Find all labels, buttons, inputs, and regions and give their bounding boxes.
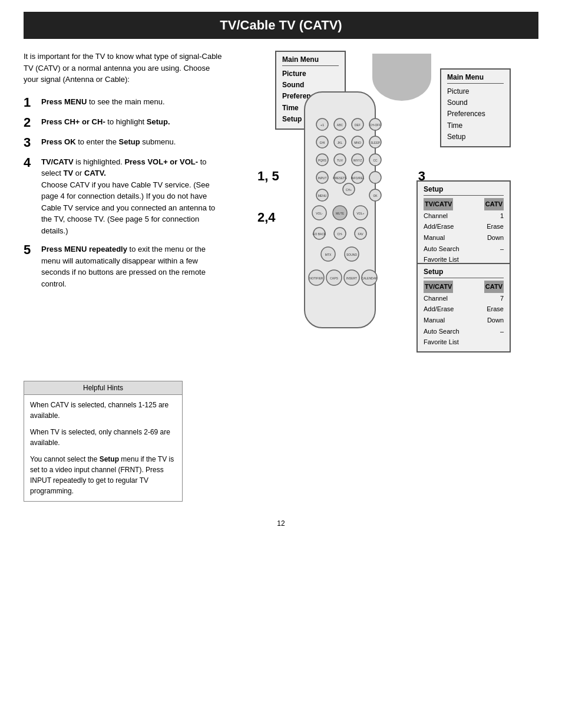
svg-text:MTX: MTX — [325, 253, 332, 256]
setup-row-channel-1: Channel 1 — [424, 210, 504, 222]
svg-text:VOL-: VOL- — [316, 212, 323, 215]
hints-box: Helpful Hints When CATV is selected, cha… — [24, 381, 183, 502]
svg-text:VOL+: VOL+ — [357, 212, 365, 215]
channel-label-1: Channel — [424, 210, 448, 222]
svg-text:FAV: FAV — [358, 232, 363, 236]
svg-text:SLEEP: SLEEP — [371, 141, 381, 144]
setup-box-1-title: Setup — [424, 185, 504, 196]
svg-text:OK: OK — [373, 194, 378, 197]
svg-text:INSERT: INSERT — [346, 276, 357, 280]
main-menu-2-item-sound: Sound — [447, 97, 504, 108]
remote-control: +1 ABC DEF CH-OFF GHI JKL MNO SLEEP PQRS… — [287, 86, 393, 335]
setup-row-manual-1: Manual Down — [424, 232, 504, 243]
main-menu-2-item-setup: Setup — [447, 131, 504, 143]
main-menu-2-item-preferences: Preferences — [447, 108, 504, 120]
main-menu-1-title: Main Menu — [282, 55, 339, 66]
svg-text:CC: CC — [373, 159, 378, 162]
manual-value-1: Down — [487, 232, 504, 243]
setup-box-2: Setup TV/CATV CATV Channel 7 Add/Erase E… — [416, 263, 511, 353]
svg-text:ABC: ABC — [337, 123, 343, 127]
hints-content: When CATV is selected, channels 1-125 ar… — [24, 395, 182, 501]
tvcatv-value-2: CATV — [484, 281, 504, 293]
main-menu-2-title: Main Menu — [447, 73, 504, 84]
instructions-column: It is important for the TV to know what … — [24, 51, 224, 357]
channel-value-2: 7 — [500, 293, 504, 304]
setup-row-autosearch-1: Auto Search – — [424, 243, 504, 255]
svg-text:WXYZ: WXYZ — [353, 159, 362, 162]
setup-row-tvcatv-2: TV/CATV CATV — [424, 281, 504, 293]
hints-title: Helpful Hints — [24, 381, 182, 395]
svg-text:CH-: CH- — [338, 232, 343, 236]
setup-row-autosearch-2: Auto Search – — [424, 326, 504, 337]
main-menu-1-item-picture: Picture — [282, 68, 339, 80]
step-number-3: 3 — [24, 136, 35, 149]
step-number-4: 4 — [24, 156, 35, 169]
hint-2: When TV is selected, only channels 2-69 … — [30, 427, 176, 448]
setup-row-adderase-1: Add/Erase Erase — [424, 221, 504, 232]
svg-text:+1: +1 — [320, 123, 325, 127]
svg-text:SOUND: SOUND — [346, 253, 357, 256]
setup-row-channel-2: Channel 7 — [424, 293, 504, 304]
adderase-label-2: Add/Erase — [424, 304, 454, 315]
step-text-5: Press MENU repeatedly to exit the menu o… — [41, 243, 224, 289]
step-1: 1 Press MENU to see the main menu. — [24, 96, 224, 109]
step-4: 4 TV/CATV is highlighted. Press VOL+ or … — [24, 156, 224, 237]
setup-box-1: Setup TV/CATV CATV Channel 1 Add/Erase E… — [416, 180, 511, 270]
manual-label-1: Manual — [424, 232, 445, 243]
hint-1: When CATV is selected, channels 1-125 ar… — [30, 400, 176, 421]
step-label-15: 1, 5 — [257, 169, 279, 184]
step-list: 1 Press MENU to see the main menu. 2 Pre… — [24, 96, 224, 290]
step-3: 3 Press OK to enter the Setup submenu. — [24, 136, 224, 149]
diagrams-wrapper: Main Menu Picture Sound Preferences Time… — [263, 51, 511, 357]
step-text-2: Press CH+ or CH- to highlight Setup. — [41, 116, 170, 128]
tvcatv-label-1: TV/CATV — [424, 198, 453, 210]
channel-value-1: 1 — [500, 210, 504, 222]
svg-text:INPUT: INPUT — [318, 176, 327, 180]
setup-row-favlist-2: Favorite List — [424, 337, 504, 348]
svg-text:CALENDAR: CALENDAR — [361, 276, 378, 280]
step-5: 5 Press MENU repeatedly to exit the menu… — [24, 243, 224, 289]
step-number-2: 2 — [24, 116, 35, 129]
svg-point-16 — [369, 172, 381, 183]
setup-row-manual-2: Manual Down — [424, 315, 504, 326]
channel-label-2: Channel — [424, 293, 448, 304]
step-number-1: 1 — [24, 96, 35, 109]
setup-row-adderase-2: Add/Erase Erase — [424, 304, 504, 315]
autosearch-value-2: – — [500, 326, 504, 337]
step-2: 2 Press CH+ or CH- to highlight Setup. — [24, 116, 224, 129]
page-number: 12 — [0, 513, 562, 533]
svg-text:TUV: TUV — [337, 159, 343, 162]
svg-text:CH+: CH+ — [346, 188, 352, 192]
autosearch-label-1: Auto Search — [424, 243, 459, 255]
svg-text:MUTE: MUTE — [336, 212, 345, 215]
remote-svg: +1 ABC DEF CH-OFF GHI JKL MNO SLEEP PQRS… — [287, 86, 393, 334]
svg-text:PQRS: PQRS — [318, 159, 327, 162]
step-text-1: Press MENU to see the main menu. — [41, 96, 165, 108]
page-title: TV/Cable TV (CATV) — [24, 12, 538, 39]
svg-text:JKL: JKL — [338, 141, 343, 144]
svg-text:MENU: MENU — [318, 194, 327, 197]
hints-section: Helpful Hints When CATV is selected, cha… — [24, 381, 538, 502]
svg-text:PRESETS: PRESETS — [333, 176, 347, 180]
hint-3: You cannot select the Setup menu if the … — [30, 454, 176, 496]
svg-text:GO BACK: GO BACK — [313, 232, 326, 236]
setup-box-2-title: Setup — [424, 268, 504, 278]
svg-text:MNO: MNO — [354, 141, 361, 144]
svg-text:INFO/REL: INFO/REL — [351, 176, 364, 180]
step-label-24: 2,4 — [257, 210, 276, 225]
svg-text:DEF: DEF — [355, 123, 361, 127]
step-text-3: Press OK to enter the Setup submenu. — [41, 136, 176, 148]
setup-row-tvcatv-1: TV/CATV CATV — [424, 198, 504, 210]
manual-value-2: Down — [487, 315, 504, 326]
adderase-label-1: Add/Erase — [424, 221, 454, 232]
svg-text:CH-OFF: CH-OFF — [370, 123, 381, 127]
autosearch-label-2: Auto Search — [424, 326, 459, 337]
main-menu-box-2: Main Menu Picture Sound Preferences Time… — [440, 68, 511, 147]
adderase-value-2: Erase — [487, 304, 504, 315]
main-menu-2-item-time: Time — [447, 120, 504, 131]
manual-label-2: Manual — [424, 315, 445, 326]
intro-text: It is important for the TV to know what … — [24, 51, 224, 85]
svg-text:GHI: GHI — [320, 141, 325, 144]
autosearch-value-1: – — [500, 243, 504, 255]
main-menu-2-item-picture: Picture — [447, 86, 504, 97]
